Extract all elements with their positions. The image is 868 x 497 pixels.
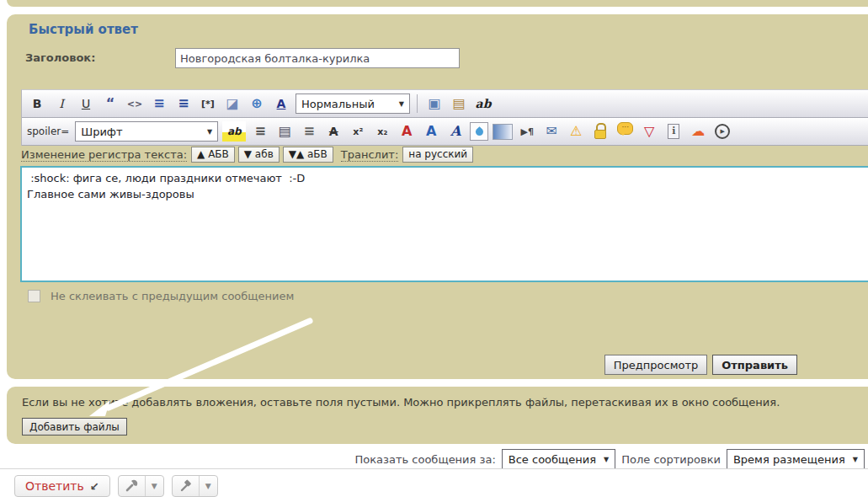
no-merge-row: Не склеивать с предыдущим сообщением	[28, 290, 294, 302]
wrench-tool-button: ▼	[118, 475, 164, 497]
align-justify-icon[interactable]: ▤	[274, 121, 295, 142]
underline-icon[interactable]: U	[76, 94, 96, 114]
submit-button[interactable]: Отправить	[712, 355, 797, 375]
highlight-icon[interactable]: ab	[222, 121, 246, 142]
translit-to-russian-button[interactable]: на русский	[402, 147, 473, 163]
show-posts-label: Показать сообщения за:	[355, 453, 496, 466]
sort-field-label: Поле сортировки	[621, 453, 721, 466]
alert-icon[interactable]: ▽	[639, 121, 659, 142]
paste-icon[interactable]: ▤	[449, 94, 469, 114]
reply-arrow-icon: ↙	[90, 480, 99, 493]
add-files-button[interactable]: Добавить файлы	[22, 418, 127, 436]
reply-button[interactable]: Ответить ↙	[14, 475, 110, 497]
tool-buttons: ▼▼	[118, 475, 218, 497]
format-select[interactable]: Нормальный▼	[296, 94, 410, 114]
sort-field-select[interactable]: Время размещения ▼	[727, 449, 865, 469]
editor-toolbar: BIU“<>≡≡[*]◪⊕AНормальный▼▣▤ab spoiler=Шр…	[21, 89, 868, 146]
translit-ab-icon[interactable]: ab	[473, 94, 493, 114]
bold-icon[interactable]: B	[27, 94, 47, 114]
translit-label[interactable]: Транслит:	[341, 148, 399, 162]
previous-panel-bottom	[7, 0, 868, 7]
wrench-icon[interactable]	[119, 476, 145, 496]
quote-icon[interactable]: “	[100, 94, 120, 114]
spoiler-button[interactable]: spoiler=	[27, 126, 69, 137]
text-effects-icon[interactable]: A	[445, 121, 466, 142]
lowercase-button[interactable]: ▼ абв	[238, 147, 280, 163]
case-buttons: ▲ АБВ▼ абв▼▲ аБВ	[191, 147, 337, 163]
toolbar-row-2: spoiler=Шрифт▼ab≡▤≡Ax²x₂AAA▶¶✉⚠▽☁	[22, 118, 868, 146]
moderate-tool-button: ▼	[172, 475, 218, 497]
font-select[interactable]: Шрифт▼	[75, 121, 218, 142]
show-posts-select[interactable]: Все сообщения ▼	[502, 449, 615, 469]
quick-reply-panel: Быстрый ответ Заголовок: BIU“<>≡≡[*]◪⊕AН…	[7, 14, 868, 379]
link-globe-icon[interactable]: ⊕	[247, 94, 267, 114]
cloud-icon[interactable]: ☁	[688, 121, 708, 142]
list-bullet-icon[interactable]: ≡	[149, 94, 169, 114]
topic-actions-bar: Ответить ↙ ▼▼	[14, 475, 218, 497]
chevron-down-icon: ▼	[853, 456, 858, 463]
show-posts-value: Все сообщения	[509, 453, 596, 466]
separator	[417, 94, 418, 113]
gradient-icon[interactable]	[493, 124, 513, 140]
no-merge-label: Не склеивать с предыдущим сообщением	[51, 290, 294, 302]
subject-input[interactable]	[175, 48, 460, 68]
submit-row: Предпросмотр Отправить	[604, 355, 797, 375]
forum-banner-icon[interactable]: ✉	[541, 121, 562, 142]
align-center-icon[interactable]: ≡	[250, 121, 270, 142]
uppercase-button[interactable]: ▲ АБВ	[191, 147, 235, 163]
case-tools-row: Изменение регистра текста: ▲ АБВ▼ абв▼▲ …	[21, 147, 473, 163]
list-item-icon[interactable]: [*]	[198, 94, 218, 114]
chevron-down-icon[interactable]: ▼	[199, 476, 217, 496]
droplet-icon[interactable]	[470, 122, 488, 141]
play-icon[interactable]	[712, 121, 732, 142]
reply-button-label: Ответить	[25, 479, 84, 493]
subscript-icon[interactable]: x₂	[372, 121, 392, 142]
copy-icon[interactable]: ▣	[424, 94, 445, 114]
list-numbered-icon[interactable]: ≡	[173, 94, 194, 114]
code-icon[interactable]: <>	[125, 94, 145, 114]
remove-format-icon[interactable]: A	[397, 121, 417, 142]
sort-field-value: Время размещения	[733, 453, 845, 466]
section-divider	[0, 468, 868, 469]
superscript-icon[interactable]: x²	[348, 121, 368, 142]
case-label[interactable]: Изменение регистра текста:	[21, 148, 187, 162]
preview-button[interactable]: Предпросмотр	[604, 355, 707, 375]
chevron-down-icon: ▼	[399, 100, 404, 108]
hammer-icon[interactable]	[173, 476, 199, 496]
info-card-icon[interactable]	[663, 121, 684, 142]
speech-bubble-icon[interactable]	[615, 121, 635, 142]
display-options-row: Показать сообщения за: Все сообщения ▼ П…	[355, 449, 865, 469]
font-family-icon[interactable]: A	[421, 121, 441, 142]
no-merge-checkbox[interactable]	[28, 290, 40, 302]
attachments-panel: Если вы не хотите добавлять вложения, ос…	[7, 387, 868, 444]
page-title: Быстрый ответ	[29, 22, 138, 37]
image-icon[interactable]: ◪	[222, 94, 242, 114]
align-right-icon[interactable]: ≡	[299, 121, 319, 142]
chevron-down-icon: ▼	[207, 128, 212, 136]
subject-label: Заголовок:	[25, 51, 95, 64]
italic-icon[interactable]: I	[51, 94, 72, 114]
togglecase-button[interactable]: ▼▲ аБВ	[283, 147, 333, 163]
message-textarea[interactable]: :shock: фига се, люди праздники отмечают…	[20, 166, 868, 282]
warning-icon[interactable]: ⚠	[566, 121, 586, 142]
strikethrough-icon[interactable]: A	[323, 121, 343, 142]
toolbar-row-1: BIU“<>≡≡[*]◪⊕AНормальный▼▣▤ab	[22, 90, 868, 118]
chevron-down-icon[interactable]: ▼	[145, 476, 163, 496]
lock-icon[interactable]	[590, 121, 610, 142]
attachments-hint: Если вы не хотите добавлять вложения, ос…	[22, 396, 780, 409]
rtl-paragraph-icon[interactable]: ▶¶	[517, 121, 537, 142]
font-color-icon[interactable]: A	[271, 94, 291, 114]
chevron-down-icon: ▼	[604, 456, 609, 463]
